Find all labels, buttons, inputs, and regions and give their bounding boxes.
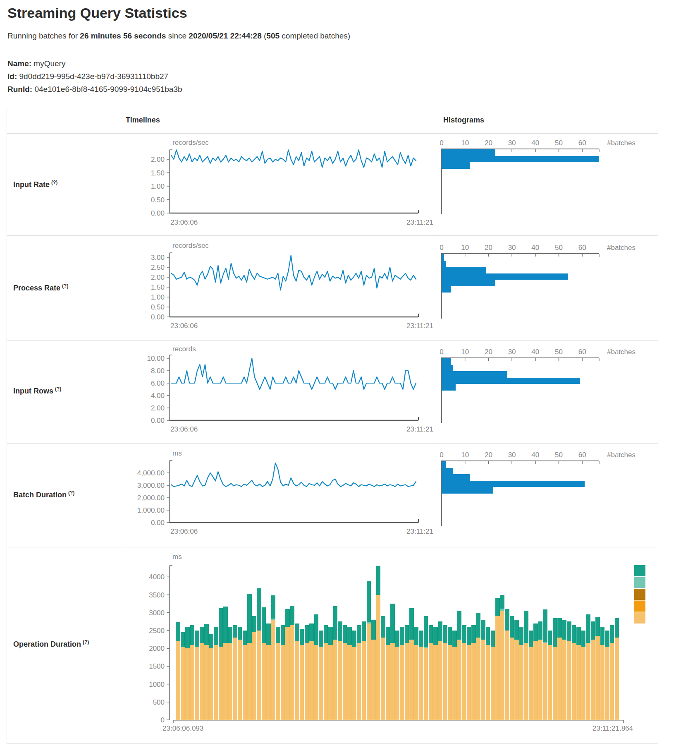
stacked-bar-segment-stack-bottom — [433, 645, 438, 720]
stacked-bar-segment-stack-top — [309, 624, 314, 641]
stacked-bar-segment-stack-top — [262, 607, 266, 643]
name-value: myQuery — [33, 59, 65, 68]
stacked-bar-segment-stack-top — [333, 606, 338, 639]
stacked-bar-segment-stack-top — [500, 595, 505, 609]
y-tick-label: 2.00 — [151, 156, 165, 163]
y-tick-label: 1,000.00 — [137, 506, 165, 514]
stacked-bar-segment-stack-bottom — [200, 643, 204, 720]
stacked-bar-segment-stack-bottom — [572, 643, 576, 720]
stacked-bar-segment-stack-top — [471, 625, 476, 643]
x-tick-label: 40 — [531, 244, 539, 252]
stacked-bar-segment-stack-bottom — [576, 645, 581, 720]
y-tick-label: 0.00 — [151, 209, 165, 217]
stacked-bar-segment-stack-top — [510, 616, 514, 638]
x-tick-label: 10 — [461, 244, 469, 252]
stacked-bar-segment-stack-bottom — [324, 643, 328, 720]
stacked-bar-segment-stack-bottom — [500, 611, 505, 720]
y-tick-label: 4000 — [149, 573, 165, 581]
stacked-bar-segment-stack-bottom — [486, 645, 490, 720]
stacked-bar-segment-stack-top — [257, 588, 261, 631]
stacked-bar-segment-stack-top — [367, 581, 371, 622]
stacked-bar-segment-stack-bottom — [305, 643, 309, 720]
row-label-text: Process Rate — [13, 284, 60, 292]
chart-unit-label: records — [172, 345, 196, 353]
legend-swatch-orange — [634, 601, 645, 612]
stacked-bar-segment-stack-bottom — [262, 643, 266, 720]
stacked-bar-segment-stack-top — [491, 631, 495, 647]
x-tick-label: 50 — [555, 244, 563, 252]
stacked-bar-segment-stack-bottom — [238, 640, 242, 720]
stacked-bar-segment-stack-bottom — [371, 640, 376, 720]
help-tooltip-icon[interactable]: (?) — [68, 490, 74, 496]
stacked-bar-segment-stack-middle — [424, 647, 428, 648]
stacked-bar-segment-stack-bottom — [495, 616, 500, 720]
x-tick-label: 60 — [578, 348, 586, 356]
input-rows-timeline-chart: records10.008.006.004.002.000.0023:06:06… — [121, 340, 439, 443]
help-tooltip-icon[interactable]: (?) — [62, 283, 68, 289]
y-tick-label: 1.50 — [151, 169, 165, 177]
histogram-bar — [442, 254, 444, 261]
stacked-bar-segment-stack-top — [524, 611, 528, 643]
stacked-bar-segment-stack-top — [376, 566, 381, 595]
stacked-bar-segment-stack-top — [181, 632, 185, 647]
stacked-bar-segment-stack-bottom — [233, 638, 237, 720]
batch-duration-timeline-chart: ms4,000.003,000.002,000.001,000.000.0023… — [121, 443, 439, 547]
x-tick-label: 50 — [555, 348, 563, 356]
stacked-bar-segment-stack-bottom — [610, 643, 614, 720]
query-meta: Name: myQuery Id: 9d0dd219-995d-423e-b97… — [7, 57, 182, 96]
batches-axis-label: #batches — [607, 348, 635, 356]
chart-unit-label: records/sec — [172, 139, 209, 146]
y-tick-label: 1.50 — [151, 283, 165, 291]
help-tooltip-icon[interactable]: (?) — [55, 386, 61, 392]
stacked-bar-segment-stack-bottom — [424, 648, 428, 720]
y-tick-label: 0.00 — [151, 417, 165, 424]
timeline-series — [171, 463, 416, 487]
stacked-bar-segment-stack-top — [214, 627, 218, 645]
stacked-bar-segment-stack-top — [343, 625, 347, 643]
stacked-bar-segment-stack-top — [448, 627, 452, 645]
stacked-bar-segment-stack-bottom — [438, 641, 443, 720]
legend-swatch-tan — [634, 612, 645, 624]
stacked-bar-segment-stack-bottom — [548, 645, 552, 720]
x-tick-label: 30 — [508, 348, 516, 356]
y-tick-label: 2500 — [149, 627, 165, 635]
x-end-label: 23:11:21 — [406, 425, 433, 433]
x-tick-label: 30 — [508, 451, 516, 459]
name-label: Name: — [7, 59, 31, 68]
batches-axis-label: #batches — [607, 244, 635, 252]
stacked-bar-segment-stack-top — [429, 625, 433, 643]
help-tooltip-icon[interactable]: (?) — [51, 180, 57, 185]
x-tick-label: 40 — [531, 139, 539, 147]
x-end-label: 23:11:21 — [406, 218, 433, 226]
row-label-text: Operation Duration — [13, 640, 81, 648]
stacked-bar-segment-stack-top — [390, 604, 395, 643]
stacked-bar-segment-stack-top — [595, 617, 600, 636]
stacked-bar-segment-stack-bottom — [471, 643, 476, 720]
row-label-text: Input Rows — [13, 387, 53, 395]
stacked-bar-segment-stack-top — [386, 627, 390, 645]
histogram-bar — [442, 149, 495, 156]
stacked-bar-segment-stack-bottom — [533, 641, 538, 720]
stacked-bar-segment-stack-middle — [500, 609, 505, 611]
stacked-bar-segment-stack-bottom — [347, 645, 352, 720]
row-label-batch-duration: Batch Duration(?) — [13, 490, 74, 499]
query-id-line: Id: 9d0dd219-995d-423e-b97d-36931110bb27 — [7, 70, 182, 83]
batch-duration-histogram-chart: 0102030405060#batches — [439, 443, 658, 547]
column-header-timelines: Timelines — [126, 116, 160, 125]
y-tick-label: 2,000.00 — [137, 494, 165, 502]
histogram-bar — [442, 162, 470, 169]
row-label-text: Batch Duration — [13, 491, 67, 499]
stacked-bar-segment-stack-top — [305, 625, 309, 643]
histogram-bar — [442, 474, 470, 481]
stacked-bar-segment-stack-bottom — [309, 641, 314, 720]
stacked-bar-segment-stack-top — [405, 625, 409, 643]
stacked-bar-segment-stack-bottom — [257, 631, 261, 720]
y-tick-label: 0.00 — [151, 519, 165, 527]
histogram-bar — [442, 481, 585, 487]
help-tooltip-icon[interactable]: (?) — [83, 639, 89, 645]
input-rows-histogram-chart: 0102030405060#batches — [439, 340, 658, 443]
x-tick-label: 10 — [461, 348, 469, 356]
stacked-bar-segment-stack-top — [481, 620, 485, 640]
x-tick-label: 20 — [485, 451, 492, 459]
stacked-bar-segment-stack-top — [467, 627, 471, 645]
